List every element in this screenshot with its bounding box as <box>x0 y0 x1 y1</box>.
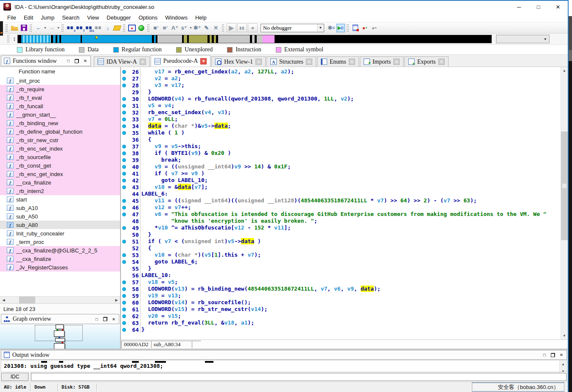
search-binary-icon[interactable]: 101 <box>85 25 93 31</box>
idc-button[interactable]: IDC <box>1 373 28 381</box>
breakpoint-dot-icon[interactable] <box>122 280 126 284</box>
output-window-titlebar[interactable]: Output window □ ✕ <box>1 350 567 360</box>
search-again-icon[interactable] <box>94 25 103 31</box>
code-gutter[interactable]: 41 <box>121 170 140 177</box>
code-gutter[interactable]: 45 <box>121 197 140 204</box>
code-gutter[interactable]: 46 <box>121 204 140 211</box>
code-gutter[interactable]: 60 <box>121 299 140 306</box>
code-gutter[interactable]: 49 <box>121 224 140 231</box>
breakpoint-dot-icon[interactable] <box>122 118 126 121</box>
navigate-forward-dropdown-icon[interactable]: ▼ <box>57 26 60 29</box>
function-row-rb-enc-get-index[interactable]: f_rb_enc_get_index <box>0 170 120 178</box>
undefine-icon[interactable]: ✕ <box>212 24 220 32</box>
code-gutter[interactable]: 61 <box>121 306 140 313</box>
jump-address-icon[interactable]: ↓ <box>104 24 112 32</box>
breakpoint-dot-icon[interactable] <box>122 158 126 162</box>
function-row-term-proc[interactable]: f_term_proc <box>0 238 120 246</box>
make-string-icon[interactable]: s⁺ <box>180 24 188 32</box>
close-button[interactable]: ✕ <box>548 1 568 12</box>
menu-search[interactable]: Search <box>58 14 83 22</box>
navigate-forward-icon[interactable]: → <box>48 24 56 32</box>
tab-close-icon[interactable]: ✕ <box>140 59 146 65</box>
toolbar-grip[interactable] <box>123 24 125 32</box>
code-gutter[interactable]: 29 <box>121 89 140 95</box>
tab-enums[interactable]: Enums✕ <box>317 56 359 67</box>
function-row-rb-f-eval[interactable]: f_rb_f_eval <box>0 93 120 102</box>
panel-float-icon[interactable] <box>550 353 555 358</box>
menu-options[interactable]: Options <box>135 14 161 22</box>
function-row-init-ruby-concealer[interactable]: fInit_ruby_concealer <box>0 229 120 238</box>
breakpoint-dot-icon[interactable] <box>122 185 126 189</box>
highlight-lock-icon[interactable] <box>113 24 121 32</box>
panel-float-icon[interactable] <box>103 316 108 322</box>
breakpoint-dot-icon[interactable] <box>122 253 126 257</box>
tab-exports[interactable]: Exports✕ <box>404 56 449 67</box>
code-gutter[interactable]: 52 <box>121 245 140 252</box>
function-row-rb-const-get[interactable]: f_rb_const_get <box>0 161 120 170</box>
graph-overview-titlebar[interactable]: Graph overview □ ✕ <box>1 314 119 324</box>
breakpoint-dot-icon[interactable] <box>122 111 126 115</box>
breakpoint-dot-icon[interactable] <box>122 199 126 203</box>
code-gutter[interactable]: 43 <box>121 184 140 190</box>
menu-edit[interactable]: Edit <box>20 14 37 22</box>
functions-column-header[interactable]: Function name <box>0 67 120 76</box>
output-vscrollbar[interactable]: ▲ ▼ <box>559 361 566 371</box>
code-gutter[interactable]: 48 <box>121 218 140 224</box>
code-gutter[interactable]: 28 <box>121 82 140 89</box>
scroll-up-icon[interactable]: ▲ <box>561 67 568 74</box>
panel-maximize-icon[interactable]: □ <box>94 316 99 322</box>
menu-jump[interactable]: Jump <box>37 14 58 22</box>
tab-imports[interactable]: Imports✕ <box>360 56 404 67</box>
problems-icon[interactable]: ▲ <box>128 24 136 32</box>
code-gutter[interactable]: 63 <box>121 319 140 326</box>
tab-close-icon[interactable]: ✕ <box>438 59 445 65</box>
tab-close-icon[interactable]: ✕ <box>306 59 312 65</box>
breakpoint-dot-icon[interactable] <box>122 84 126 87</box>
tab-close-icon[interactable]: ✕ <box>349 59 355 65</box>
function-row-rb-enc-set-index[interactable]: f_rb_enc_set_index <box>0 144 120 153</box>
toolbar-grip[interactable] <box>62 24 64 32</box>
function-row-start[interactable]: fstart <box>0 195 120 204</box>
make-code-icon[interactable]: ▦⁺ <box>152 24 160 32</box>
panel-maximize-icon[interactable]: □ <box>66 59 71 64</box>
continue-process-icon[interactable]: ▶C <box>336 24 345 32</box>
function-row-rb-binding-new[interactable]: f_rb_binding_new <box>0 119 120 127</box>
navband-grip[interactable] <box>7 35 9 43</box>
code-gutter[interactable]: 62 <box>121 313 140 319</box>
panel-maximize-icon[interactable]: □ <box>542 353 547 358</box>
code-gutter[interactable]: 26 <box>121 68 140 75</box>
code-gutter[interactable]: 55 <box>121 265 140 272</box>
make-array-icon[interactable]: ✱⁺ <box>193 24 202 32</box>
tab-close-icon[interactable]: ✕ <box>200 58 207 64</box>
code-gutter[interactable]: 47 <box>121 211 140 218</box>
breakpoint-dot-icon[interactable] <box>122 308 126 311</box>
debugger-select[interactable]: No debugger ▼ <box>261 24 324 32</box>
function-row-rb-funcall[interactable]: f_rb_funcall <box>0 102 120 110</box>
panel-close-icon[interactable]: ✕ <box>83 59 88 64</box>
code-gutter[interactable]: 54 <box>121 258 140 265</box>
function-row-rb-sourcefile[interactable]: f_rb_sourcefile <box>0 153 120 161</box>
code-gutter[interactable]: 53 <box>121 252 140 258</box>
breakpoint-list-icon[interactable] <box>351 24 360 32</box>
pseudocode-vscrollbar[interactable]: ▲ ▼ <box>561 67 568 339</box>
pseudocode-view[interactable]: ▲ ▼ 26 v17 = rb_enc_get_index(a2, a2, 12… <box>121 67 568 339</box>
save-file-icon[interactable] <box>20 24 28 32</box>
function-row-cxa-finalize[interactable]: f__cxa_finalize <box>0 178 120 187</box>
code-gutter[interactable]: 37 <box>121 143 140 150</box>
toolbar-grip[interactable] <box>6 24 8 32</box>
breakpoint-dot-icon[interactable] <box>122 321 126 325</box>
output-log[interactable]: 201308: using guessed type __int64 qword… <box>1 360 567 372</box>
functions-window-titlebar[interactable]: f Functions window □ ✕ <box>1 56 91 66</box>
code-gutter[interactable]: 35 <box>121 129 140 136</box>
function-row-sub-a10[interactable]: fsub_A10 <box>0 204 120 212</box>
navigate-back-dropdown-icon[interactable]: ▼ <box>44 26 47 29</box>
breakpoint-dot-icon[interactable] <box>122 287 126 291</box>
tab-close-icon[interactable]: ✕ <box>393 59 400 65</box>
code-gutter[interactable]: 42 <box>121 177 140 184</box>
debugger-pause-icon[interactable]: ▮▮ <box>237 23 247 32</box>
functions-hscrollbar[interactable]: ◀ ▶ <box>0 296 120 303</box>
toolbar-grip[interactable] <box>30 24 32 32</box>
breakpoint-dot-icon[interactable] <box>122 314 126 318</box>
vscroll-thumb[interactable] <box>561 132 568 240</box>
navigation-band[interactable]: ▼ <box>17 35 492 43</box>
